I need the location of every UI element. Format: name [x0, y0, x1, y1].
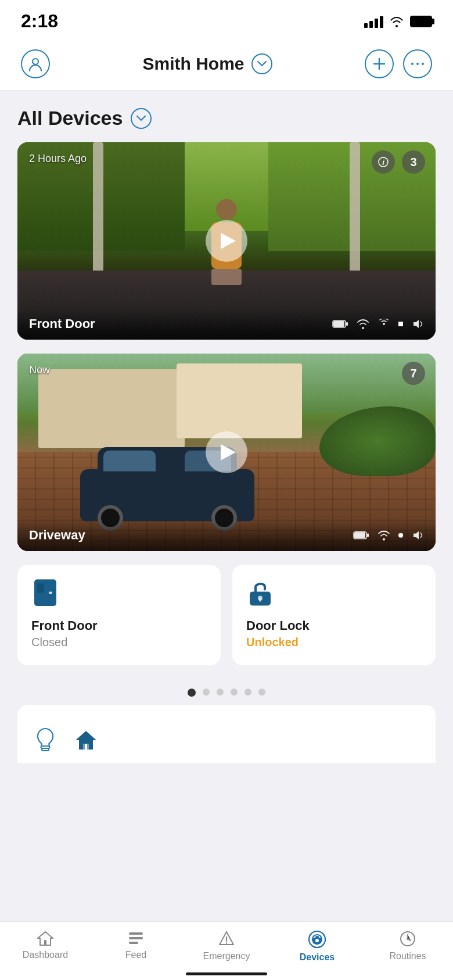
pagination-dot-2[interactable] [217, 689, 224, 696]
devices-tab-icon [308, 930, 326, 949]
svg-point-36 [407, 938, 409, 940]
pagination-dot-4[interactable] [245, 689, 251, 696]
status-dot-cam1 [398, 322, 403, 326]
dashboard-tab-icon [37, 930, 54, 946]
all-devices-dropdown-icon[interactable] [131, 108, 152, 129]
svg-point-33 [315, 939, 319, 942]
svg-rect-10 [346, 322, 348, 326]
front-door-timestamp: 2 Hours Ago [29, 153, 87, 165]
avatar-button[interactable] [21, 49, 50, 78]
driveway-camera-name: Driveway [29, 528, 85, 543]
add-button[interactable] [365, 49, 394, 78]
door-lock-device-info: Door Lock Unlocked [246, 618, 422, 649]
status-dot-cam2 [398, 533, 403, 538]
door-lock-device-name: Door Lock [246, 618, 422, 633]
partial-home-item [73, 718, 99, 763]
more-options-button[interactable] [403, 49, 432, 78]
battery-icon [410, 16, 432, 27]
home-title: Smith Home [142, 54, 244, 74]
svg-rect-24 [83, 744, 89, 750]
header: Smith Home [0, 38, 453, 91]
motion-cam-icon [378, 319, 390, 329]
emergency-tab-label: Emergency [203, 951, 250, 961]
svg-rect-17 [49, 592, 52, 594]
section-header: All Devices [17, 107, 436, 129]
front-door-device-info: Front Door Closed [31, 618, 207, 649]
partial-section [17, 705, 436, 763]
front-door-play-button[interactable] [206, 220, 247, 262]
tab-feed[interactable]: Feed [107, 930, 165, 963]
svg-rect-25 [129, 932, 143, 935]
svg-point-4 [416, 63, 419, 65]
door-icon-wrap [31, 579, 59, 607]
battery-cam-icon [332, 319, 348, 329]
front-door-device-status: Closed [31, 636, 207, 649]
driveway-camera-footer: Driveway [17, 520, 436, 551]
home-selector[interactable]: Smith Home [142, 53, 272, 74]
routines-tab-label: Routines [389, 951, 426, 961]
feed-tab-label: Feed [125, 950, 146, 960]
battery-cam-icon-2 [353, 531, 369, 540]
wifi-icon [389, 16, 404, 27]
svg-rect-9 [333, 321, 344, 327]
emergency-tab-icon [218, 930, 235, 947]
front-door-camera-controls [332, 319, 424, 329]
door-lock-device-status: Unlocked [246, 636, 422, 649]
wifi-cam-icon-2 [378, 530, 390, 541]
svg-rect-21 [259, 598, 261, 601]
dashboard-tab-label: Dashboard [23, 950, 68, 960]
front-door-device-name: Front Door [31, 618, 207, 633]
svg-point-0 [33, 59, 38, 64]
front-door-camera-name: Front Door [29, 316, 95, 332]
tab-dashboard[interactable]: Dashboard [16, 930, 74, 963]
tab-emergency[interactable]: Emergency [197, 930, 256, 963]
device-cards-row: Front Door Closed Door Lock Unlocked [17, 565, 436, 665]
status-bar: 2:18 [0, 0, 453, 38]
camera-overlay-front: 2 Hours Ago i 3 Front Door [17, 142, 436, 340]
front-door-info-icon[interactable]: i [372, 150, 395, 174]
speaker-cam-icon [411, 319, 424, 329]
devices-tab-label: Devices [300, 952, 335, 963]
pagination-dot-5[interactable] [258, 689, 265, 696]
svg-rect-26 [129, 937, 143, 939]
svg-point-5 [422, 63, 424, 65]
pagination-dot-3[interactable] [231, 689, 238, 696]
pagination-dot-0[interactable] [188, 689, 196, 697]
front-door-camera-footer: Front Door [17, 308, 436, 340]
svg-text:i: i [382, 158, 384, 167]
tab-routines[interactable]: Routines [379, 930, 437, 963]
front-door-notification-count[interactable]: 3 [402, 150, 425, 174]
partial-lights-item [35, 718, 56, 763]
front-door-camera-card[interactable]: 2 Hours Ago i 3 Front Door [17, 142, 436, 340]
lock-icon-wrap [246, 579, 274, 607]
speaker-cam-icon-2 [411, 530, 424, 541]
front-door-device-card[interactable]: Front Door Closed [17, 565, 221, 665]
driveway-camera-controls [353, 530, 424, 541]
svg-rect-23 [42, 748, 49, 751]
svg-point-11 [383, 323, 385, 325]
driveway-timestamp: Now [29, 364, 50, 376]
svg-rect-13 [354, 532, 365, 538]
svg-rect-14 [367, 534, 369, 537]
pagination-dot-1[interactable] [203, 689, 210, 696]
driveway-play-button[interactable] [206, 431, 247, 473]
driveway-camera-card[interactable]: Now 7 Driveway [17, 354, 436, 551]
wifi-cam-icon [357, 319, 369, 329]
status-icons [364, 15, 432, 28]
svg-rect-27 [129, 942, 138, 944]
home-dropdown-icon [251, 53, 272, 74]
svg-rect-34 [315, 936, 319, 938]
feed-tab-icon [128, 930, 144, 946]
door-lock-device-card[interactable]: Door Lock Unlocked [232, 565, 436, 665]
tab-devices[interactable]: Devices [288, 930, 346, 963]
camera-overlay-driveway: Now 7 Driveway [17, 354, 436, 551]
svg-point-29 [226, 942, 227, 943]
home-indicator [186, 972, 267, 975]
tab-bar: Dashboard Feed Emergency [0, 921, 453, 980]
avatar-icon [21, 49, 50, 78]
section-title: All Devices [17, 107, 123, 129]
driveway-notification-count[interactable]: 7 [402, 362, 425, 385]
header-actions [365, 49, 432, 78]
svg-rect-18 [37, 583, 44, 593]
routines-tab-icon [399, 930, 416, 947]
